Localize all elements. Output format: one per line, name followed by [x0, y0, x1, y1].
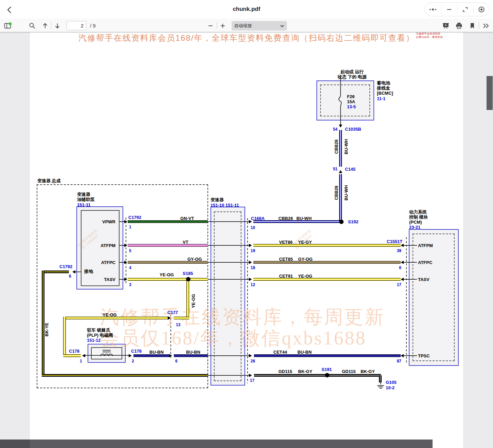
battery-junction-box-inner — [320, 85, 370, 116]
pump-pin-atfpc: ATFPC — [81, 260, 115, 265]
page-number-input[interactable] — [67, 21, 86, 30]
connector-c1551t: C1551T — [387, 239, 402, 244]
more-options-icon[interactable] — [425, 5, 441, 14]
wire-ye-og — [128, 278, 208, 281]
color-buwh: BU-WH — [344, 139, 349, 154]
pin-12: 12 — [251, 282, 255, 287]
record-icon[interactable] — [474, 5, 490, 14]
connector-arrow — [124, 220, 127, 223]
ground-g105: G105 — [386, 380, 397, 385]
pump-pin-ground: 接地 — [84, 269, 93, 274]
wire-cet91-yeog — [253, 278, 401, 281]
circuit-gd115b: GD115 — [342, 369, 355, 374]
pcm-ref: 23-21 — [409, 225, 420, 230]
pin-51: 51 — [331, 167, 337, 172]
circuit-cbb26-h: CBB26 — [278, 216, 293, 221]
title-bar: chunk.pdf — [0, 0, 493, 19]
connector-arrow — [249, 244, 252, 247]
fuse-name: F26 — [347, 94, 354, 99]
assembly-label: 变速器 总成 — [37, 178, 61, 183]
corner-note: 汽修帮手在线资料库 仅需168/年，每周更新 — [416, 32, 443, 39]
color-yeog2: YE-OG — [298, 274, 312, 279]
power-state-label: 起动或 运行 — [316, 69, 388, 74]
pin-26: 26 — [251, 359, 255, 364]
fullscreen-icon[interactable] — [457, 5, 473, 14]
color-bubn: BU-BN — [297, 350, 312, 355]
wire-bkye-top — [42, 270, 69, 273]
zoom-in-icon[interactable] — [218, 21, 227, 30]
wire-yeog-branch-v — [186, 279, 189, 319]
more-tools-icon[interactable] — [481, 21, 490, 30]
minimize-icon[interactable] — [441, 5, 457, 14]
pass-wire — [208, 245, 249, 246]
pin-5: 5 — [129, 248, 131, 254]
pcm-pin-atfpc: ATFPC — [418, 260, 432, 265]
connector-c1792: C1792 — [128, 215, 141, 220]
sidebar-toggle-icon[interactable] — [3, 21, 12, 30]
pump-name1: 变速器 — [77, 192, 90, 197]
color-buwh-h: BU-WH — [296, 216, 312, 221]
power-state-label2: 状态 下的 电源 — [316, 74, 388, 79]
pin-6b: 6 — [395, 265, 401, 270]
pin-1: 1 — [129, 225, 131, 230]
presentation-mode-icon[interactable] — [441, 21, 450, 30]
wire-cet44-bubn — [254, 354, 401, 357]
page-up-icon[interactable] — [41, 21, 50, 30]
page-down-icon[interactable] — [53, 21, 62, 30]
document-title: chunk.pdf — [233, 6, 260, 13]
window-controls — [425, 2, 490, 16]
connector-arrow — [124, 261, 127, 264]
connector-arrow-up — [339, 170, 342, 173]
fuse-wire — [340, 78, 341, 95]
ground-g105-ref: 10-2 — [386, 385, 395, 390]
connector-c145: C145 — [345, 167, 355, 172]
pin-19: 19 — [251, 248, 255, 254]
pump-ref: 151-11 — [77, 202, 91, 207]
fuse-ref: 13-5 — [347, 104, 356, 109]
connector-arrow — [249, 374, 252, 377]
connector-arrow — [401, 244, 404, 247]
pass-wire — [208, 355, 249, 356]
wire-yeog-left-v — [63, 317, 66, 357]
fuse-wire2 — [340, 107, 341, 125]
current-view-icon[interactable] — [468, 21, 477, 30]
pass-wire — [208, 262, 249, 263]
zoom-mode-select[interactable]: 自动缩放 — [232, 21, 287, 31]
pin-17c: 17 — [395, 282, 401, 287]
pin-17b: 17 — [250, 378, 254, 383]
connector-c1035b: C1035B — [345, 127, 361, 132]
splice-s191 — [325, 373, 329, 377]
connector-arrow-down — [339, 125, 342, 128]
wire-cbb26-buwh-v2 — [339, 174, 342, 222]
pcm-name2: 控制 模块 — [409, 214, 428, 220]
circuit-vet86: VET86 — [279, 240, 293, 245]
connector-arrow — [249, 354, 252, 357]
wirecolor-yeog-h: YE-OG — [103, 312, 117, 317]
page-bottom-band-left — [0, 440, 30, 448]
circuit-cet44: CET44 — [273, 350, 287, 355]
print-icon[interactable] — [455, 21, 463, 30]
connector-arrow — [124, 278, 127, 281]
back-icon[interactable] — [5, 5, 14, 14]
fuse-element-icon — [337, 95, 344, 107]
divider — [479, 22, 479, 29]
plp-ref: 151-12 — [87, 338, 101, 343]
chevron-down-icon — [280, 23, 284, 29]
pin-87: 87 — [395, 359, 401, 364]
connector-arrow — [249, 261, 252, 264]
pump-pin-atfpm: ATFPM — [81, 243, 115, 248]
splice-s185-label: S185 — [183, 271, 193, 276]
wire-gd115-bkgy — [254, 374, 381, 377]
ground-stub — [75, 272, 81, 272]
find-icon[interactable] — [28, 21, 37, 30]
wirecolor-gy-og: GY-OG — [187, 257, 202, 262]
color-bubn-b: BU-BN — [186, 350, 200, 355]
wire-yeog-to-plp — [63, 354, 81, 357]
connector-arrow — [82, 354, 85, 357]
pump-pin-tasv: TASV — [81, 277, 115, 282]
vertical-scrollbar-thumb[interactable] — [487, 76, 493, 110]
color-buwh: BU-WH — [344, 185, 349, 201]
zoom-out-icon[interactable] — [206, 21, 215, 30]
color-yegy: YE-GY — [298, 240, 312, 245]
pdf-page: 汽修帮手在线资料库会员168/年，全球车型资料免费查询（扫码右边二维码即可查看）… — [30, 32, 463, 448]
